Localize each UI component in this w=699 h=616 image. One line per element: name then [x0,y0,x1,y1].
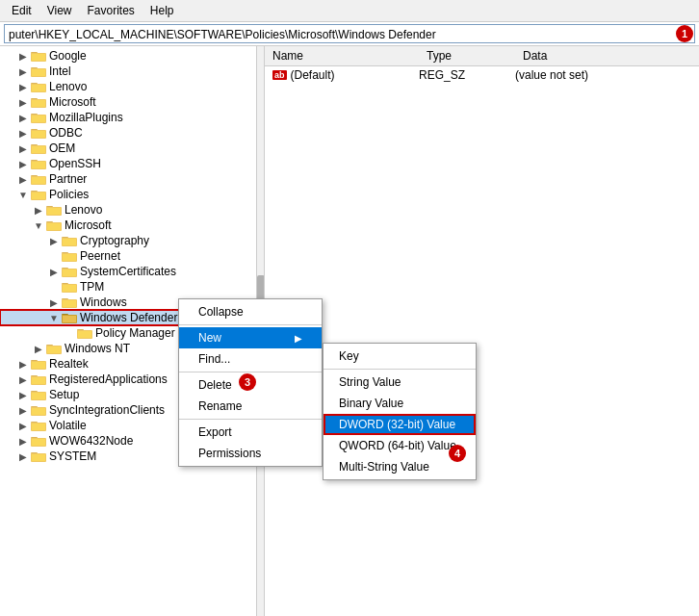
svg-rect-11 [32,100,45,107]
svg-rect-80 [32,454,45,461]
expander-registeredapps[interactable]: ▶ [15,374,31,385]
tree-label-openssh: OpenSSH [49,157,101,170]
right-panel: Name Type Data ab (Default) REG_SZ (valu… [265,46,699,616]
tree-item-policies[interactable]: ▼ Policies [0,187,264,202]
expander-windows[interactable]: ▶ [46,297,62,308]
svg-rect-2 [32,54,45,61]
folder-icon-google [31,49,46,63]
folder-icon-registeredapps [31,372,46,386]
ctx-new-label: New [198,331,221,345]
folder-icon-openssh [31,157,46,170]
expander-lenovo2[interactable]: ▶ [31,205,46,216]
expander-realtek[interactable]: ▶ [15,359,31,370]
menu-help[interactable]: Help [142,2,182,19]
submenu-binary-value[interactable]: Binary Value [324,393,476,414]
expander-windowsdefender[interactable]: ▼ [46,313,62,323]
tree-label-odbc: ODBC [49,126,83,140]
svg-rect-74 [32,424,45,430]
folder-icon-policies [31,188,46,201]
tree-label-syncintegrationclients: SyncIntegrationClients [49,403,165,417]
tree-item-odbc[interactable]: ▶ ODBC [0,125,264,141]
expander-lenovo[interactable]: ▶ [15,82,31,92]
ctx-separator-2 [179,372,322,372]
folder-icon-volatile [31,419,46,432]
expander-system[interactable]: ▶ [15,451,31,462]
svg-rect-41 [63,254,76,261]
folder-icon-windows [62,295,77,309]
ctx-item-find[interactable]: Find... [179,348,322,370]
tree-item-microsoft[interactable]: ▶ Microsoft [0,94,264,110]
expander-systemcertificates[interactable]: ▶ [46,267,62,277]
expander-odbc[interactable]: ▶ [15,128,31,139]
tree-label-registeredapps: RegisteredApplications [49,372,168,386]
tree-item-cryptography[interactable]: ▶ Cryptography [0,233,264,248]
tree-label-system: SYSTEM [49,449,96,463]
tree-item-lenovo2[interactable]: ▶ Lenovo [0,202,264,218]
expander-windowsnt[interactable]: ▶ [31,344,46,354]
expander-oem[interactable]: ▶ [15,143,31,154]
expander-wow6432node[interactable]: ▶ [15,436,31,447]
tree-label-policymanager: Policy Manager [95,326,175,340]
expander-google[interactable]: ▶ [15,51,31,62]
tree-item-tpm[interactable]: ▶ TPM [0,279,264,295]
folder-icon-microsoft [31,95,46,109]
expander-microsoft2[interactable]: ▼ [31,220,46,231]
reg-val-name-default: ab (Default) [265,68,419,82]
address-badge: 1 [676,25,693,42]
tree-label-google: Google [49,49,87,63]
col-header-name: Name [265,48,419,64]
expander-intel[interactable]: ▶ [15,66,31,77]
tree-item-openssh[interactable]: ▶ OpenSSH [0,156,264,171]
tree-item-mozillaplugins[interactable]: ▶ MozillaPlugins [0,110,264,125]
expander-cryptography[interactable]: ▶ [46,236,62,246]
svg-rect-32 [47,208,61,215]
expander-mozillaplugins[interactable]: ▶ [15,113,31,123]
ctx-item-collapse[interactable]: Collapse [179,301,322,322]
tree-item-oem[interactable]: ▶ OEM [0,141,264,156]
address-path[interactable]: puter\HKEY_LOCAL_MACHINE\SOFTWARE\Polici… [4,24,695,43]
reg-val-type-default: REG_SZ [419,68,515,82]
tree-item-lenovo[interactable]: ▶ Lenovo [0,79,264,94]
ctx-item-export[interactable]: Export [179,422,322,443]
folder-icon-odbc [31,126,46,140]
menu-favorites[interactable]: Favorites [79,2,142,19]
expander-partner[interactable]: ▶ [15,174,31,185]
ctx-new-arrow: ▶ [295,333,302,344]
expander-policies[interactable]: ▼ [15,190,31,200]
ctx-item-permissions[interactable]: Permissions [179,443,322,464]
tree-label-lenovo: Lenovo [49,80,87,93]
menu-bar: Edit View Favorites Help [0,0,699,22]
tree-item-microsoft2[interactable]: ▼ Microsoft [0,218,264,233]
expander-openssh[interactable]: ▶ [15,159,31,169]
menu-edit[interactable]: Edit [4,2,39,19]
tree-label-realtek: Realtek [49,357,89,371]
submenu-string-value[interactable]: String Value [324,372,476,393]
tree-item-peernet[interactable]: ▶ Peernet [0,248,264,264]
expander-setup[interactable]: ▶ [15,390,31,400]
submenu-key[interactable]: Key [324,346,476,367]
badge-3: 3 [239,373,256,391]
folder-icon-peernet [62,249,77,263]
folder-icon-systemcertificates [62,265,77,278]
submenu-separator [324,369,476,370]
reg-value-default[interactable]: ab (Default) REG_SZ (value not set) [265,66,699,85]
tree-item-intel[interactable]: ▶ Intel [0,64,264,79]
expander-syncintegrationclients[interactable]: ▶ [15,405,31,416]
submenu-dword-value[interactable]: DWORD (32-bit) Value [324,414,476,435]
tree-item-partner[interactable]: ▶ Partner [0,171,264,187]
tree-label-policies: Policies [49,188,89,201]
ctx-item-rename[interactable]: Rename [179,396,322,417]
address-bar: puter\HKEY_LOCAL_MACHINE\SOFTWARE\Polici… [0,22,699,46]
tree-item-systemcertificates[interactable]: ▶ SystemCertificates [0,264,264,279]
svg-rect-68 [32,393,45,399]
menu-view[interactable]: View [39,2,80,19]
main-layout: ▶ Google ▶ Intel ▶ Lenovo [0,46,699,616]
expander-volatile[interactable]: ▶ [15,421,31,431]
tree-item-google[interactable]: ▶ Google [0,48,264,64]
ctx-item-new[interactable]: New ▶ [179,327,322,348]
expander-microsoft[interactable]: ▶ [15,97,31,108]
svg-rect-35 [47,223,61,230]
svg-rect-17 [32,131,45,138]
tree-label-oem: OEM [49,141,75,155]
svg-rect-23 [32,162,45,168]
